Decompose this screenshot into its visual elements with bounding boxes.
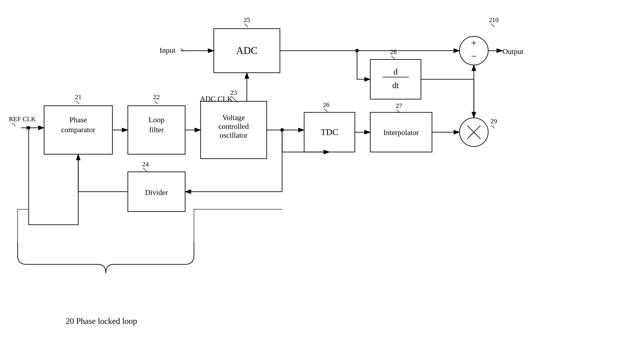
svg-text:Voltage: Voltage — [222, 113, 245, 122]
svg-rect-2 — [0, 0, 644, 345]
adc-clk-label: ADC CLK — [200, 95, 233, 103]
svg-text:oscillator: oscillator — [220, 131, 248, 139]
ref-21: 21 — [75, 93, 82, 100]
svg-text:−: − — [471, 51, 477, 62]
ref-25: 25 — [244, 16, 250, 23]
ref-22: 22 — [153, 93, 160, 100]
ref-26: 26 — [323, 101, 330, 108]
svg-text:TDC: TDC — [321, 127, 338, 137]
svg-text:Interpolator: Interpolator — [384, 128, 419, 137]
ref-28: 28 — [390, 48, 397, 55]
svg-text:Divider: Divider — [145, 188, 168, 197]
pll-label: 20 Phase locked loop — [66, 316, 137, 326]
output-label: Output — [502, 47, 524, 55]
ref-clk-label: REF CLK — [9, 115, 36, 122]
differentiator-block — [370, 59, 421, 99]
svg-text:Loop: Loop — [148, 116, 164, 124]
svg-text:+: + — [471, 38, 477, 48]
ref-29: 29 — [490, 117, 497, 125]
svg-text:d: d — [394, 67, 398, 76]
diagram-container: Phase comparator Loop filter Voltage con… — [0, 0, 644, 345]
svg-text:comparator: comparator — [61, 126, 96, 134]
phase-comparator-label: Phase — [70, 116, 87, 124]
ref-24: 24 — [142, 160, 149, 168]
svg-text:filter: filter — [149, 126, 164, 134]
input-label: Input — [160, 46, 176, 54]
svg-text:ADC: ADC — [236, 45, 258, 56]
ref-210: 210 — [489, 16, 499, 23]
svg-text:controlled: controlled — [218, 122, 249, 130]
ref-27: 27 — [396, 102, 402, 109]
svg-text:dt: dt — [392, 81, 399, 90]
